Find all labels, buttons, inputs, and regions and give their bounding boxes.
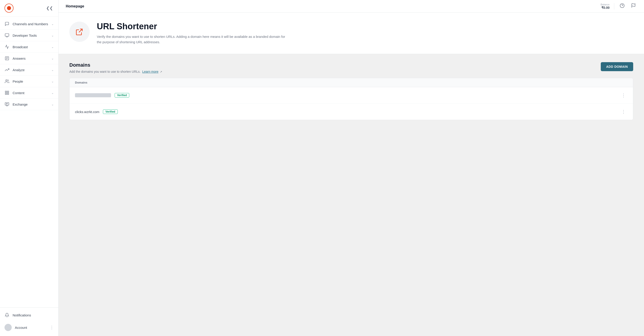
sidebar-item-account[interactable]: Account ⋮ — [0, 321, 58, 334]
sidebar: ❮❮ Channels and Numbers ⌄ Developer Tool… — [0, 0, 58, 336]
learn-more-link[interactable]: Learn more — [142, 70, 158, 74]
svg-point-2 — [6, 80, 7, 81]
table-row: Verified ⋮ — [70, 87, 633, 104]
domains-title: Domains — [69, 62, 162, 68]
verified-badge-1: Verified — [114, 93, 129, 98]
sidebar-item-answers[interactable]: Answers ⌄ — [0, 53, 58, 64]
external-link-icon: ↗ — [160, 70, 162, 74]
sidebar-item-analyze[interactable]: Analyze ⌄ — [0, 64, 58, 76]
balance-block: Balance ₹0.00 — [600, 3, 614, 10]
chevron-down-icon: ⌄ — [51, 103, 54, 106]
dev-icon — [4, 33, 10, 38]
sidebar-item-broadcast[interactable]: Broadcast ⌄ — [0, 41, 58, 53]
sidebar-item-label-broadcast: Broadcast — [12, 45, 28, 49]
bell-icon — [4, 312, 10, 318]
topbar: Homepage Balance ₹0.00 — [58, 0, 644, 12]
domain-text-2: clicks.wzrkt.com — [75, 110, 99, 114]
logo-inner — [7, 6, 11, 10]
hero-section: URL Shortener Verify the domains you wan… — [58, 12, 644, 54]
sidebar-item-content[interactable]: Content ⌄ — [0, 87, 58, 99]
chevron-down-icon: ⌄ — [51, 91, 54, 94]
analyze-icon — [4, 67, 10, 72]
page-title: Homepage — [66, 4, 84, 8]
row-menu-button-1[interactable]: ⋮ — [620, 92, 628, 99]
sidebar-item-label-analyze: Analyze — [12, 68, 24, 72]
chevron-down-icon: ⌄ — [51, 80, 54, 83]
row-menu-button-2[interactable]: ⋮ — [620, 108, 628, 115]
url-shortener-icon — [69, 22, 90, 42]
chevron-down-icon: ⌄ — [51, 22, 54, 26]
sidebar-item-channels-numbers[interactable]: Channels and Numbers ⌄ — [0, 18, 58, 30]
account-menu-button[interactable]: ⋮ — [50, 325, 54, 330]
sidebar-item-label-channels: Channels and Numbers — [12, 22, 48, 26]
domain-name-1: Verified — [75, 93, 620, 98]
svg-rect-7 — [5, 103, 9, 106]
svg-rect-5 — [8, 93, 9, 94]
chat-icon — [4, 22, 10, 26]
sidebar-item-label-exchange: Exchange — [12, 102, 28, 106]
svg-rect-4 — [8, 91, 9, 92]
chevron-down-icon: ⌄ — [51, 34, 54, 37]
svg-rect-0 — [5, 34, 9, 36]
chevron-down-icon: ⌄ — [51, 45, 54, 49]
content-icon — [4, 90, 10, 95]
hero-text: URL Shortener Verify the domains you wan… — [97, 22, 633, 45]
sidebar-item-notifications[interactable]: Notifications — [0, 310, 58, 321]
domains-table: Domains Verified ⋮ clicks.wzrkt.com Veri… — [69, 78, 633, 120]
notifications-label: Notifications — [12, 313, 31, 317]
balance-label: Balance — [600, 3, 610, 6]
chevron-down-icon: ⌄ — [51, 57, 54, 60]
answers-icon — [4, 56, 10, 61]
avatar — [4, 324, 12, 331]
account-label: Account — [15, 326, 46, 330]
domains-subtitle: Add the domains you want to use to short… — [69, 70, 162, 74]
broadcast-icon — [4, 44, 10, 49]
sidebar-item-developer-tools[interactable]: Developer Tools ⌄ — [0, 30, 58, 41]
topbar-right: Balance ₹0.00 — [600, 2, 637, 10]
app-logo[interactable] — [4, 4, 14, 12]
exchange-icon — [4, 102, 10, 107]
sidebar-item-exchange[interactable]: Exchange ⌄ — [0, 99, 58, 110]
content-area: URL Shortener Verify the domains you wan… — [58, 12, 644, 336]
sidebar-item-people[interactable]: People ⌄ — [0, 76, 58, 87]
sidebar-nav: Channels and Numbers ⌄ Developer Tools ⌄… — [0, 16, 58, 308]
flag-button[interactable] — [630, 2, 637, 10]
domains-header: Domains Add the domains you want to use … — [69, 62, 633, 74]
collapse-sidebar-button[interactable]: ❮❮ — [45, 5, 54, 12]
domain-name-2: clicks.wzrkt.com Verified — [75, 110, 620, 114]
sidebar-bottom: Notifications Account ⋮ — [0, 308, 58, 336]
svg-rect-3 — [6, 91, 7, 92]
sidebar-item-label-content: Content — [12, 91, 24, 95]
add-domain-button[interactable]: ADD DOMAIN — [601, 62, 633, 71]
table-column-header: Domains — [70, 78, 633, 87]
domain-text-blurred — [75, 93, 111, 97]
sidebar-item-label-people: People — [12, 80, 23, 83]
sidebar-item-label-answers: Answers — [12, 56, 26, 60]
main-content: Homepage Balance ₹0.00 — [58, 0, 644, 336]
people-icon — [4, 79, 10, 84]
hero-title: URL Shortener — [97, 22, 633, 31]
domains-section: Domains Add the domains you want to use … — [58, 54, 644, 128]
svg-rect-6 — [6, 93, 7, 94]
help-button[interactable] — [619, 2, 626, 10]
sidebar-header: ❮❮ — [0, 0, 58, 16]
verified-badge-2: Verified — [103, 110, 118, 114]
hero-description: Verify the domains you want to use to sh… — [97, 34, 290, 45]
balance-value: ₹0.00 — [602, 6, 610, 10]
chevron-down-icon: ⌄ — [51, 68, 54, 72]
table-row: clicks.wzrkt.com Verified ⋮ — [70, 104, 633, 120]
sidebar-item-label-developer: Developer Tools — [12, 34, 37, 38]
